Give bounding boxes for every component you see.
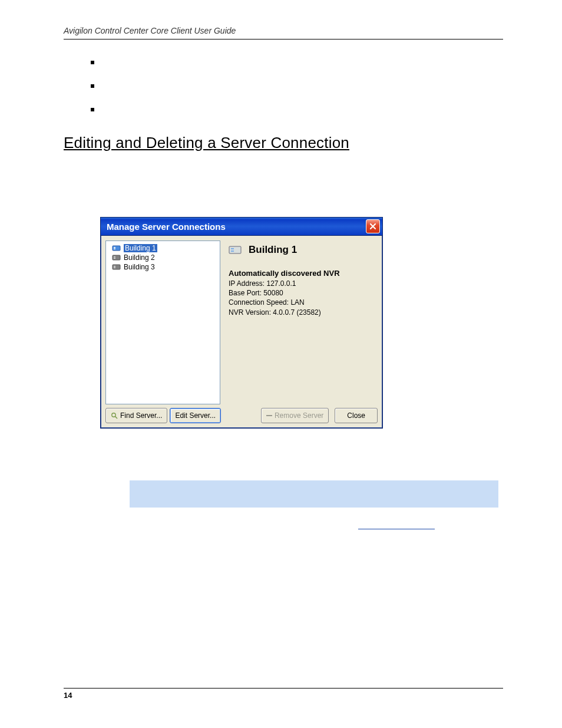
section-heading: Editing and Deleting a Server Connection (64, 134, 503, 152)
button-label: Edit Server... (175, 411, 216, 420)
page-footer: 14 (64, 688, 503, 700)
svg-line-13 (115, 417, 118, 419)
edit-server-button[interactable]: Edit Server... (170, 408, 221, 423)
detail-ip: IP Address: 127.0.0.1 (229, 279, 375, 288)
bullet-item (91, 84, 94, 88)
close-button[interactable]: Close (335, 408, 378, 423)
server-detail-pane: Building 1 Automatically discovered NVR … (220, 236, 382, 406)
svg-rect-7 (114, 266, 115, 267)
bullet-item (91, 61, 94, 64)
button-label: Remove Server (275, 411, 323, 420)
svg-rect-6 (113, 265, 120, 269)
minus-icon (266, 415, 272, 416)
dialog-titlebar[interactable]: Manage Server Connections (101, 218, 382, 236)
svg-rect-1 (114, 247, 115, 248)
server-name: Building 1 (124, 244, 157, 252)
svg-rect-5 (114, 258, 115, 259)
svg-rect-11 (231, 251, 234, 252)
server-row[interactable]: Building 2 (106, 253, 220, 262)
svg-rect-9 (229, 246, 241, 253)
detail-port: Base Port: 50080 (229, 288, 375, 298)
detail-speed: Connection Speed: LAN (229, 298, 375, 307)
detail-server-name: Building 1 (249, 244, 297, 256)
server-name: Building 3 (124, 263, 155, 271)
svg-rect-4 (114, 256, 115, 258)
dialog-button-row: Find Server... Edit Server... Remove Ser… (101, 406, 382, 428)
page-number: 14 (64, 691, 72, 700)
svg-rect-3 (113, 255, 120, 260)
svg-rect-0 (113, 246, 120, 251)
bullet-item (91, 108, 94, 111)
server-icon (112, 263, 121, 271)
svg-rect-8 (114, 268, 115, 269)
button-label: Close (347, 411, 365, 420)
detail-subheading: Automatically discovered NVR (229, 269, 375, 278)
dialog-title: Manage Server Connections (107, 222, 226, 232)
search-icon (111, 412, 118, 419)
server-row[interactable]: Building 1 (106, 243, 220, 253)
server-icon (229, 245, 243, 255)
detail-version: NVR Version: 4.0.0.7 (23582) (229, 308, 375, 317)
server-row[interactable]: Building 3 (106, 262, 220, 272)
server-name: Building 2 (124, 253, 155, 262)
close-icon[interactable] (366, 219, 380, 233)
server-list[interactable]: Building 1 Building 2 Building 3 (105, 241, 220, 404)
hyperlink-placeholder[interactable] (358, 522, 435, 529)
button-label: Find Server... (120, 411, 162, 420)
bullet-list (91, 61, 503, 111)
remove-server-button[interactable]: Remove Server (261, 408, 329, 423)
server-icon (112, 253, 121, 262)
running-header: Avigilon Control Center Core Client User… (64, 26, 503, 39)
find-server-button[interactable]: Find Server... (105, 408, 167, 423)
svg-rect-2 (114, 249, 115, 250)
svg-point-12 (112, 413, 115, 417)
svg-rect-10 (231, 248, 234, 249)
server-icon (112, 244, 121, 252)
manage-server-connections-dialog: Manage Server Connections Building 1 (100, 217, 383, 429)
highlight-block (130, 480, 498, 508)
